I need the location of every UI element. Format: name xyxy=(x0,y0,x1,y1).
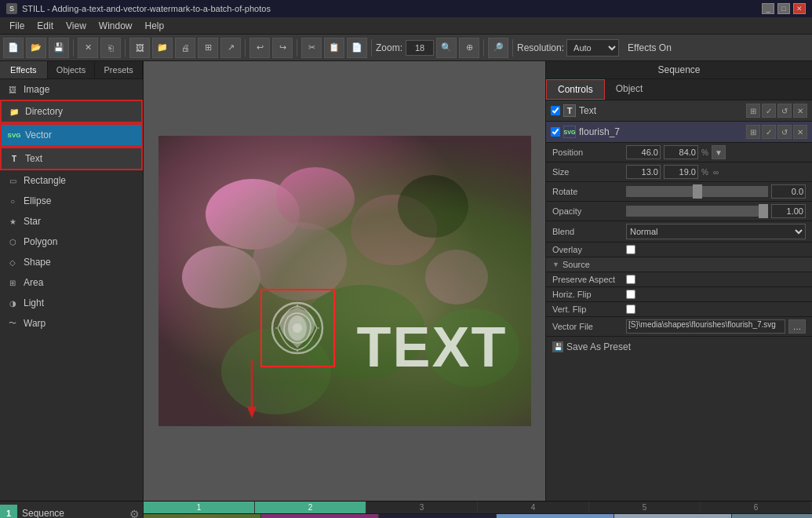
print-button[interactable]: 🖨 xyxy=(175,38,195,58)
redo-button[interactable]: ↪ xyxy=(272,38,293,58)
layer-vector-refresh-btn[interactable]: ↺ xyxy=(777,125,792,139)
prop-row-horiz-flip: Horiz. Flip xyxy=(546,287,812,302)
timeline-frame-6[interactable]: TEXT xyxy=(732,514,812,518)
save-button[interactable]: 💾 xyxy=(49,38,69,58)
sidebar-item-text[interactable]: T Text xyxy=(0,147,143,170)
position-y-input[interactable] xyxy=(664,145,698,159)
sidebar-item-polygon[interactable]: ⬡ Polygon xyxy=(0,232,143,252)
sidebar-item-image[interactable]: 🖼 Image xyxy=(0,79,143,100)
timeline-num-4[interactable]: 4 xyxy=(478,502,589,513)
timeline-num-5[interactable]: 5 xyxy=(589,502,701,513)
export-button[interactable]: ↗ xyxy=(220,38,241,58)
separator-7 xyxy=(512,39,513,57)
zoom-actual-button[interactable]: ⊕ xyxy=(459,38,479,58)
preserve-aspect-checkbox[interactable] xyxy=(626,275,635,284)
layer-text-delete-btn[interactable]: ✕ xyxy=(793,104,807,118)
horiz-flip-checkbox[interactable] xyxy=(626,290,635,299)
opacity-value-input[interactable] xyxy=(771,204,806,218)
sidebar-item-star[interactable]: ★ Star xyxy=(0,211,143,232)
timeline-frame-1[interactable]: TEXT xyxy=(144,514,261,518)
sequence-title: Sequence xyxy=(17,505,69,518)
search-button[interactable]: 🔎 xyxy=(488,38,508,58)
tab-presets[interactable]: Presets xyxy=(95,61,143,78)
svg-rect-41 xyxy=(497,514,614,518)
sidebar-item-ellipse[interactable]: ○ Ellipse xyxy=(0,191,143,211)
timeline-frame-5[interactable]: TEXT xyxy=(614,514,732,518)
timeline-frame-4[interactable]: TEXT xyxy=(497,514,614,518)
zoom-input[interactable] xyxy=(406,40,434,56)
copy-button[interactable]: ⎗ xyxy=(100,38,121,58)
sidebar-item-label-shape: Shape xyxy=(24,257,51,268)
rotate-slider[interactable] xyxy=(626,186,768,197)
sidebar-item-directory[interactable]: 📁 Directory xyxy=(0,100,143,123)
maximize-button[interactable]: □ xyxy=(777,3,790,14)
undo-button[interactable]: ↩ xyxy=(249,38,270,58)
position-x-input[interactable] xyxy=(626,145,661,159)
layer-text-copy-btn[interactable]: ⊞ xyxy=(746,104,760,118)
paste2-button[interactable]: 📄 xyxy=(347,38,367,58)
tab-object[interactable]: Object xyxy=(605,79,654,100)
delete-button[interactable]: ✕ xyxy=(78,38,98,58)
save-preset-button[interactable]: Save As Preset xyxy=(566,341,631,352)
size-h-input[interactable] xyxy=(664,165,698,179)
import-button[interactable]: 🖼 xyxy=(129,38,150,58)
zoom-fit-button[interactable]: 🔍 xyxy=(436,38,457,58)
sidebar-item-area[interactable]: ⊞ Area xyxy=(0,272,143,293)
timeline-num-3[interactable]: 3 xyxy=(366,502,478,513)
timeline-num-1[interactable]: 1 xyxy=(144,502,255,513)
timeline-frame-3[interactable]: TEXT xyxy=(379,514,497,518)
layer-vector-copy-btn[interactable]: ⊞ xyxy=(746,125,760,139)
menu-file[interactable]: File xyxy=(3,19,31,33)
resolution-select[interactable]: Auto 72 dpi 150 dpi 300 dpi xyxy=(566,39,619,57)
open-button[interactable]: 📂 xyxy=(26,38,46,58)
timeline-num-6[interactable]: 6 xyxy=(701,502,812,513)
sidebar-item-light[interactable]: ◑ Light xyxy=(0,293,143,313)
rotate-value-input[interactable] xyxy=(771,184,806,199)
layer-vector-checkbox[interactable] xyxy=(551,127,560,137)
prop-row-rotate: Rotate xyxy=(546,182,812,202)
blend-select[interactable]: Normal Multiply Screen Overlay Darken Li… xyxy=(626,224,806,239)
vector-watermark[interactable] xyxy=(260,289,335,367)
sidebar-item-shape[interactable]: ◇ Shape xyxy=(0,252,143,272)
sequence-config-icon[interactable]: ⚙ xyxy=(126,505,143,518)
opacity-slider[interactable] xyxy=(626,206,768,217)
canvas-area[interactable]: TEXT xyxy=(144,61,545,501)
layer-text[interactable]: T Text ⊞ ✓ ↺ ✕ xyxy=(546,100,812,122)
source-section-header[interactable]: ▼ Source xyxy=(546,257,812,272)
minimize-button[interactable]: _ xyxy=(762,3,774,14)
sidebar-item-rectangle[interactable]: ▭ Rectangle xyxy=(0,170,143,191)
position-expand-btn[interactable]: ▼ xyxy=(712,145,726,159)
menu-view[interactable]: View xyxy=(60,19,93,33)
layer-text-refresh-btn[interactable]: ↺ xyxy=(777,104,792,118)
new-button[interactable]: 📄 xyxy=(3,38,24,58)
cut-button[interactable]: ✂ xyxy=(301,38,322,58)
size-link-icon[interactable]: ∞ xyxy=(713,168,719,177)
left-panel: Effects Objects Presets 🖼 Image 📁 Direct… xyxy=(0,61,144,501)
menu-help[interactable]: Help xyxy=(139,19,171,33)
rotate-label: Rotate xyxy=(552,187,623,196)
overlay-checkbox[interactable] xyxy=(626,245,635,254)
sidebar-item-vector[interactable]: SVG Vector xyxy=(0,123,143,147)
layer-vector-visible-btn[interactable]: ✓ xyxy=(762,125,776,139)
layer-text-visible-btn[interactable]: ✓ xyxy=(762,104,776,118)
svg-rect-1 xyxy=(158,136,531,426)
tab-objects[interactable]: Objects xyxy=(48,61,96,78)
menu-window[interactable]: Window xyxy=(93,19,139,33)
menu-edit[interactable]: Edit xyxy=(31,19,60,33)
sidebar-item-warp[interactable]: 〜 Warp xyxy=(0,313,143,334)
tab-controls[interactable]: Controls xyxy=(546,79,605,100)
paste1-button[interactable]: 📋 xyxy=(324,38,344,58)
batch-button[interactable]: ⊞ xyxy=(198,38,218,58)
tab-effects[interactable]: Effects xyxy=(0,61,48,78)
layer-vector-delete-btn[interactable]: ✕ xyxy=(793,125,807,139)
layer-vector[interactable]: SVG flourish_7 ⊞ ✓ ↺ ✕ xyxy=(546,122,812,143)
resolution-label: Resolution: xyxy=(517,42,564,53)
layer-text-checkbox[interactable] xyxy=(551,106,560,115)
close-button[interactable]: ✕ xyxy=(793,3,806,14)
folder-button[interactable]: 📁 xyxy=(152,38,173,58)
timeline-num-2[interactable]: 2 xyxy=(255,502,366,513)
size-w-input[interactable] xyxy=(626,165,661,179)
vert-flip-checkbox[interactable] xyxy=(626,305,635,314)
timeline-frame-2[interactable]: TEXT xyxy=(261,514,379,518)
vector-file-browse-btn[interactable]: … xyxy=(788,319,806,334)
